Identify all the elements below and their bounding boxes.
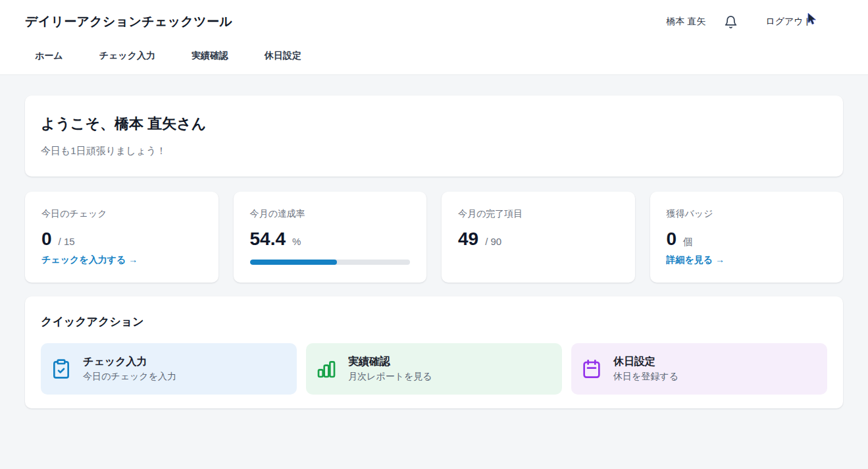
nav-item-results[interactable]: 実績確認 bbox=[191, 50, 228, 62]
stat-suffix: % bbox=[292, 236, 301, 247]
header-right-group: 橋本 直矢 ログアウト bbox=[666, 15, 813, 29]
stat-label: 獲得バッジ bbox=[667, 208, 827, 220]
nav-item-check-input[interactable]: チェック入力 bbox=[99, 50, 155, 62]
stat-value-row: 54.4 % bbox=[250, 229, 411, 250]
quick-actions-title: クイックアクション bbox=[41, 314, 827, 329]
stat-value-row: 49 / 90 bbox=[458, 229, 619, 250]
stat-suffix: / 15 bbox=[59, 236, 75, 247]
header-top-bar: デイリーアクションチェックツール 橋本 直矢 ログアウト bbox=[0, 0, 868, 38]
clipboard-check-icon bbox=[51, 358, 72, 379]
stat-card-today-check: 今日のチェック 0 / 15 チェックを入力する → bbox=[25, 192, 218, 283]
stat-suffix: 個 bbox=[683, 236, 693, 248]
stat-value-row: 0 / 15 bbox=[41, 229, 202, 250]
quick-action-card[interactable]: チェック入力 今日のチェックを入力 bbox=[41, 343, 297, 395]
view-details-link[interactable]: 詳細を見る → bbox=[667, 254, 725, 266]
quick-action-text: チェック入力 今日のチェックを入力 bbox=[83, 355, 176, 383]
stat-label: 今月の達成率 bbox=[250, 208, 411, 220]
nav-item-holiday-settings[interactable]: 休日設定 bbox=[265, 50, 301, 62]
bar-chart-icon bbox=[316, 358, 337, 379]
welcome-card: ようこそ、橋本 直矢さん 今日も1日頑張りましょう！ bbox=[25, 96, 843, 177]
stat-value: 0 bbox=[667, 229, 677, 250]
quick-action-title: 休日設定 bbox=[613, 355, 678, 369]
logout-button[interactable]: ログアウト bbox=[765, 16, 813, 28]
welcome-title: ようこそ、橋本 直矢さん bbox=[41, 114, 827, 134]
quick-action-title: チェック入力 bbox=[83, 355, 176, 369]
stat-label: 今日のチェック bbox=[41, 208, 202, 220]
main-nav: ホーム チェック入力 実績確認 休日設定 bbox=[0, 38, 868, 74]
quick-action-title: 実績確認 bbox=[348, 355, 432, 369]
stat-suffix: / 90 bbox=[485, 236, 501, 247]
welcome-subtitle: 今日も1日頑張りましょう！ bbox=[41, 145, 827, 157]
quick-action-subtitle: 休日を登録する bbox=[613, 371, 678, 383]
stat-label: 今月の完了項目 bbox=[458, 208, 619, 220]
monthly-rate-progress-track bbox=[250, 260, 411, 265]
stat-value: 0 bbox=[41, 229, 52, 250]
stat-card-monthly-rate: 今月の達成率 54.4 % bbox=[234, 192, 427, 283]
bell-icon bbox=[724, 15, 738, 29]
monthly-rate-progress-fill bbox=[250, 260, 337, 265]
app-header: デイリーアクションチェックツール 橋本 直矢 ログアウト ホーム チェック入力 … bbox=[0, 0, 868, 75]
enter-check-link[interactable]: チェックを入力する → bbox=[41, 254, 138, 266]
quick-action-text: 実績確認 月次レポートを見る bbox=[348, 355, 432, 383]
quick-action-text: 休日設定 休日を登録する bbox=[613, 355, 678, 383]
quick-action-subtitle: 今日のチェックを入力 bbox=[83, 371, 176, 383]
main-content: ようこそ、橋本 直矢さん 今日も1日頑張りましょう！ 今日のチェック 0 / 1… bbox=[0, 75, 868, 408]
stat-card-badges: 獲得バッジ 0 個 詳細を見る → bbox=[650, 192, 844, 283]
quick-actions-panel: クイックアクション チェック入力 今日のチェックを入力 bbox=[25, 296, 843, 408]
stat-value-row: 0 個 bbox=[667, 229, 827, 250]
stats-grid: 今日のチェック 0 / 15 チェックを入力する → 今月の達成率 54.4 %… bbox=[25, 192, 843, 283]
notifications-button[interactable] bbox=[724, 15, 738, 29]
quick-action-card[interactable]: 実績確認 月次レポートを見る bbox=[306, 343, 562, 395]
app-title: デイリーアクションチェックツール bbox=[25, 13, 232, 30]
stat-value: 49 bbox=[458, 229, 478, 250]
user-name: 橋本 直矢 bbox=[666, 16, 705, 28]
stat-value: 54.4 bbox=[250, 229, 286, 250]
nav-item-home[interactable]: ホーム bbox=[35, 50, 63, 62]
calendar-icon bbox=[581, 358, 602, 379]
quick-action-card[interactable]: 休日設定 休日を登録する bbox=[571, 343, 827, 395]
quick-action-subtitle: 月次レポートを見る bbox=[348, 371, 432, 383]
stat-card-monthly-completed: 今月の完了項目 49 / 90 bbox=[442, 192, 635, 283]
quick-actions-grid: チェック入力 今日のチェックを入力 実績確認 月次レポートを見る bbox=[41, 343, 827, 395]
